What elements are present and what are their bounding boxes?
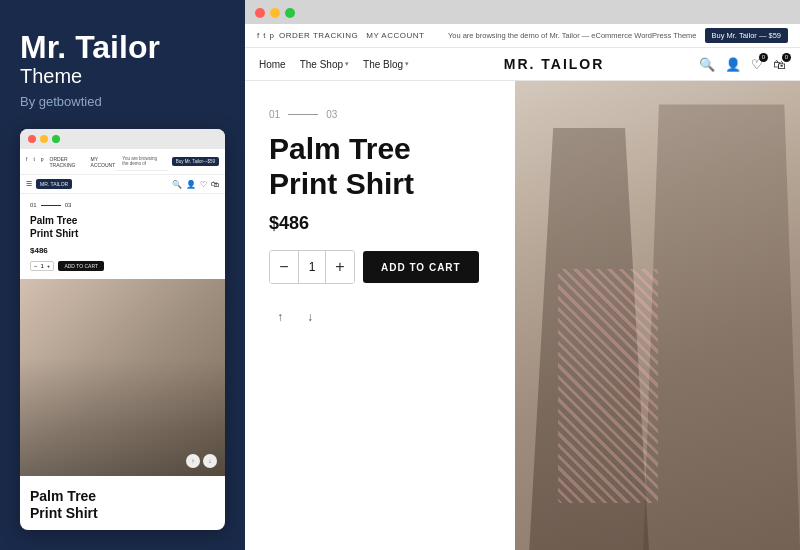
ann-social-pinterest[interactable]: p: [269, 31, 273, 40]
mini-counter-end: 03: [65, 202, 72, 208]
qty-value: 1: [298, 251, 326, 283]
mini-product-nav: 01 03: [30, 202, 215, 208]
mini-product-photo: ↑ ↓: [20, 279, 225, 476]
shirt-overlay: [558, 269, 658, 504]
ann-links: ORDER TRACKING MY ACCOUNT: [279, 31, 425, 40]
mini-label-line1: Palm Tree: [30, 488, 96, 504]
mini-product-label: Palm Tree Print Shirt: [20, 476, 225, 530]
mini-social-t: t: [33, 156, 34, 168]
counter-end: 03: [326, 109, 337, 120]
main-nav: Home The Shop ▾ The Blog ▾ MR. TAILOR 🔍 …: [245, 48, 800, 81]
browser-content: f t p ORDER TRACKING MY ACCOUNT You are …: [245, 24, 800, 550]
mini-social-p: p: [41, 156, 44, 168]
arrow-up-btn[interactable]: ↑: [269, 306, 291, 328]
ann-social: f t p: [257, 31, 274, 40]
mini-content: 01 03 Palm TreePrint Shirt $486 − 1 + AD…: [20, 194, 225, 530]
nav-right: 🔍 👤 ♡0 🛍0: [699, 57, 786, 72]
browser-dot-red: [255, 8, 265, 18]
mini-demo-area: You are browsing the demo of Buy Mr. Tai…: [116, 152, 219, 171]
mini-product-title: Palm TreePrint Shirt: [30, 214, 215, 240]
mini-qty-control[interactable]: − 1 +: [30, 261, 54, 271]
qty-minus-btn[interactable]: −: [270, 251, 298, 283]
mini-label-line2: Print Shirt: [30, 505, 98, 521]
product-price: $486: [269, 213, 491, 234]
add-to-cart-btn[interactable]: ADD TO CART: [363, 251, 479, 283]
product-page: 01 03 Palm Tree Print Shirt $486 − 1 + A…: [245, 81, 800, 550]
dot-green: [52, 135, 60, 143]
ann-my-account[interactable]: MY ACCOUNT: [366, 31, 424, 40]
browser-chrome: [245, 0, 800, 24]
mini-titlebar: [20, 129, 225, 149]
mini-top-bar: f t p ORDER TRACKING MY ACCOUNT You are …: [20, 149, 225, 175]
browser-dot-green: [285, 8, 295, 18]
mini-arrow-up-btn[interactable]: ↑: [186, 454, 200, 468]
mini-search-icon: 🔍: [172, 180, 182, 189]
product-actions: − 1 + ADD TO CART: [269, 250, 491, 284]
brand-title: Mr. Tailor: [20, 30, 225, 65]
mini-counter-line: [41, 205, 61, 206]
right-panel: f t p ORDER TRACKING MY ACCOUNT You are …: [245, 0, 800, 550]
ann-social-facebook[interactable]: f: [257, 31, 259, 40]
mini-qty-value: 1: [41, 263, 44, 269]
wishlist-icon[interactable]: ♡0: [751, 57, 763, 72]
mini-arrow-down-btn[interactable]: ↓: [203, 454, 217, 468]
wishlist-badge: 0: [759, 53, 768, 62]
dot-yellow: [40, 135, 48, 143]
mini-cart-icon: 🛍: [211, 180, 219, 189]
account-icon[interactable]: 👤: [725, 57, 741, 72]
mini-header: ☰ MR. TAILOR 🔍 👤 ♡ 🛍: [20, 175, 225, 194]
mini-order-tracking: ORDER TRACKING: [50, 156, 85, 168]
brand-by: By getbowtied: [20, 94, 225, 109]
mini-add-to-cart-btn[interactable]: ADD TO CART: [58, 261, 104, 271]
qty-plus-btn[interactable]: +: [326, 251, 354, 283]
left-panel: Mr. Tailor Theme By getbowtied f t p ORD…: [0, 0, 245, 550]
nav-item-blog[interactable]: The Blog ▾: [363, 59, 409, 70]
nav-item-home[interactable]: Home: [259, 59, 286, 70]
product-counter: 01 03: [269, 109, 491, 120]
search-icon[interactable]: 🔍: [699, 57, 715, 72]
product-image-inner: [515, 81, 800, 550]
ann-order-tracking[interactable]: ORDER TRACKING: [279, 31, 358, 40]
mini-counter-start: 01: [30, 202, 37, 208]
mini-social-f: f: [26, 156, 27, 168]
mini-browser: f t p ORDER TRACKING MY ACCOUNT You are …: [20, 129, 225, 530]
ann-demo-text: You are browsing the demo of Mr. Tailor …: [448, 31, 697, 40]
counter-start: 01: [269, 109, 280, 120]
mini-price: $486: [30, 246, 215, 255]
mini-nav-items: ☰ MR. TAILOR: [26, 179, 72, 189]
cart-badge: 0: [782, 53, 791, 62]
mini-demo-text: You are browsing the demo of: [116, 152, 168, 171]
mini-product-label-text: Palm Tree Print Shirt: [30, 488, 215, 522]
announcement-bar: f t p ORDER TRACKING MY ACCOUNT You are …: [245, 24, 800, 48]
nav-logo: MR. TAILOR: [409, 56, 699, 72]
product-image: [515, 81, 800, 550]
mini-cart-row: − 1 + ADD TO CART: [30, 261, 215, 271]
mini-my-account: MY ACCOUNT: [91, 156, 117, 168]
mini-buy-btn[interactable]: Buy Mr. Tailor—$59: [172, 157, 219, 166]
mini-arrow-buttons: ↑ ↓: [186, 454, 217, 468]
brand-subtitle: Theme: [20, 65, 225, 88]
product-info: 01 03 Palm Tree Print Shirt $486 − 1 + A…: [245, 81, 515, 550]
mini-header-icons: 🔍 👤 ♡ 🛍: [172, 180, 219, 189]
ann-social-twitter[interactable]: t: [263, 31, 265, 40]
mini-hamburger-icon: ☰: [26, 180, 32, 188]
browser-titlebar: [255, 8, 790, 18]
buy-btn-ann[interactable]: Buy Mr. Tailor — $59: [705, 28, 788, 43]
mini-account-icon: 👤: [186, 180, 196, 189]
cart-icon[interactable]: 🛍0: [773, 57, 786, 72]
nav-left: Home The Shop ▾ The Blog ▾: [259, 59, 409, 70]
ann-left: f t p ORDER TRACKING MY ACCOUNT: [257, 31, 424, 40]
counter-line: [288, 114, 318, 115]
mini-nav-links: f t p ORDER TRACKING MY ACCOUNT: [26, 156, 116, 168]
arrow-down-btn[interactable]: ↓: [299, 306, 321, 328]
qty-control: − 1 +: [269, 250, 355, 284]
mini-product-area: 01 03 Palm TreePrint Shirt $486 − 1 + AD…: [20, 194, 225, 279]
mini-logo: MR. TAILOR: [36, 179, 72, 189]
mini-qty-minus[interactable]: −: [34, 263, 38, 269]
product-title-line1: Palm Tree: [269, 132, 411, 165]
product-nav-arrows: ↑ ↓: [269, 306, 491, 328]
mini-qty-plus[interactable]: +: [47, 263, 51, 269]
nav-item-shop[interactable]: The Shop ▾: [300, 59, 349, 70]
figure-right: [643, 104, 800, 550]
mini-wishlist-icon: ♡: [200, 180, 207, 189]
